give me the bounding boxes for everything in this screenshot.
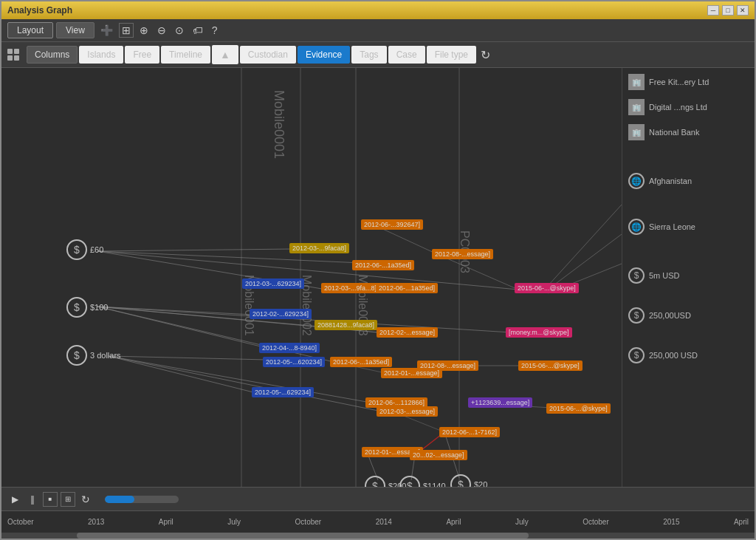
- toolbar: Layout View ➕ ⊞ ⊕ ⊖ ⊙ 🏷 ?: [1, 19, 755, 42]
- doc-node[interactable]: 2015-06-...@skype]: [518, 360, 583, 371]
- doc-node[interactable]: 2012-06-...392647]: [361, 219, 423, 230]
- right-panel: 🏢 Free Kit...ery Ltd 🏢 Digital ...ngs Lt…: [622, 68, 755, 487]
- nav-bar: Columns Islands Free Timeline ▲ Custodia…: [1, 42, 755, 68]
- dollar-circle: $: [66, 239, 87, 260]
- tag-icon[interactable]: 🏷: [190, 23, 206, 38]
- node-usd20[interactable]: $ $20: [450, 474, 487, 487]
- dollar-circle: $: [66, 345, 87, 366]
- timeline-october1: October: [7, 518, 34, 526]
- tab-filetype[interactable]: File type: [427, 46, 476, 64]
- graph-canvas[interactable]: Mobile0001 Mobile0001 Mobile0002 Mobile0…: [1, 68, 622, 487]
- node-label: $20: [474, 480, 487, 487]
- node-label: £60: [90, 245, 103, 254]
- building-icon: 🏢: [628, 124, 645, 140]
- stop-button[interactable]: ■: [43, 492, 58, 507]
- doc-node[interactable]: 20881428...9faca8]: [315, 320, 377, 330]
- help-icon[interactable]: ?: [209, 23, 221, 38]
- tab-triangle[interactable]: ▲: [212, 45, 238, 64]
- svg-line-13: [97, 307, 252, 315]
- timeline-bar: October 2013 April July October 2014 Apr…: [1, 511, 755, 533]
- doc-node[interactable]: 2012-03-...629234]: [242, 278, 304, 289]
- progress-bar-container: [105, 496, 179, 503]
- dollar-circle: $: [66, 297, 87, 318]
- node-usd1140[interactable]: $ $1140: [399, 476, 446, 487]
- tab-case[interactable]: Case: [388, 46, 425, 64]
- zoom-in-icon[interactable]: ⊕: [137, 23, 151, 38]
- dollar-circle: $: [450, 474, 471, 487]
- right-node-freekittery[interactable]: 🏢 Free Kit...ery Ltd: [628, 74, 749, 90]
- pause-button[interactable]: ‖: [25, 492, 40, 507]
- node-usd100[interactable]: $ $100: [66, 297, 108, 318]
- doc-node[interactable]: 2012-05-...620234]: [263, 357, 325, 367]
- timeline-april1: April: [159, 518, 173, 526]
- svg-line-24: [548, 234, 622, 290]
- right-node-25000usd[interactable]: $ 250,00USD: [628, 307, 749, 324]
- right-node-afghanistan[interactable]: 🌐 Afghanistan: [628, 173, 749, 189]
- doc-node[interactable]: 2015-06-...@skype]: [546, 403, 611, 414]
- tab-custodian[interactable]: Custodian: [240, 46, 296, 64]
- doc-node[interactable]: 2012-02-...629234]: [250, 309, 312, 319]
- node-3dollars[interactable]: $ 3 dollars: [66, 345, 121, 366]
- dollar-icon: $: [628, 347, 645, 363]
- node-label: 5m USD: [649, 271, 680, 280]
- add-icon[interactable]: ➕: [97, 23, 116, 38]
- close-button[interactable]: ✕: [737, 5, 749, 16]
- doc-node[interactable]: 2012-06-...1a35ed]: [352, 260, 414, 270]
- right-node-5musd[interactable]: $ 5m USD: [628, 267, 749, 284]
- svg-line-19: [109, 356, 267, 360]
- grid-view-button[interactable]: ⊞: [61, 492, 75, 507]
- zoom-out-icon[interactable]: ⊖: [154, 23, 169, 38]
- node-label: 250,00USD: [649, 311, 691, 320]
- timeline-labels: October 2013 April July October 2014 Apr…: [7, 518, 749, 526]
- doc-node[interactable]: 2012-03-...9fa...8]: [321, 283, 379, 293]
- node-label: National Bank: [649, 128, 700, 137]
- globe-icon: 🌐: [628, 219, 645, 235]
- node-gbp60[interactable]: $ £60: [66, 239, 103, 260]
- tab-evidence[interactable]: Evidence: [298, 46, 350, 64]
- maximize-button[interactable]: □: [722, 5, 734, 16]
- tab-timeline[interactable]: Timeline: [161, 46, 210, 64]
- tab-columns[interactable]: Columns: [27, 46, 78, 64]
- doc-node[interactable]: +1123639...essage]: [468, 397, 532, 408]
- tab-tags[interactable]: Tags: [351, 46, 386, 64]
- doc-node[interactable]: 2012-08-...essage]: [432, 249, 493, 259]
- minimize-button[interactable]: ─: [707, 5, 719, 16]
- play-button[interactable]: ▶: [7, 492, 22, 507]
- right-node-nationalbank[interactable]: 🏢 National Bank: [628, 124, 749, 140]
- refresh-button[interactable]: ↻: [481, 48, 490, 62]
- zoom-fit-icon[interactable]: ⊙: [172, 23, 187, 38]
- doc-node[interactable]: 2012-02-...essage]: [377, 327, 438, 338]
- right-node-250000usd[interactable]: $ 250,000 USD: [628, 347, 749, 363]
- tab-free[interactable]: Free: [125, 46, 159, 64]
- node-label: Afghanistan: [649, 177, 692, 185]
- svg-line-23: [548, 205, 622, 286]
- view-button[interactable]: View: [56, 22, 94, 38]
- right-node-sierraleone[interactable]: 🌐 Sierra Leone: [628, 219, 749, 235]
- doc-node[interactable]: 2012-03-...9faca8]: [289, 243, 349, 253]
- progress-bar-fill: [105, 496, 134, 503]
- doc-node[interactable]: 2012-06-...1a35ed]: [330, 357, 392, 367]
- doc-node[interactable]: 2012-06-...1-7162]: [439, 427, 500, 437]
- doc-node[interactable]: 2015-06-...@skype]: [515, 283, 579, 293]
- grid-toggle-icon[interactable]: ⊞: [119, 23, 134, 38]
- window-frame: Analysis Graph ─ □ ✕ Layout View ➕ ⊞ ⊕ ⊖…: [0, 0, 756, 540]
- doc-node[interactable]: [money.m...@skype]: [506, 327, 572, 338]
- timeline-scrollbar[interactable]: [1, 533, 755, 539]
- doc-node[interactable]: 2012-04-...8-8940]: [259, 343, 320, 353]
- layout-button[interactable]: Layout: [7, 22, 53, 38]
- right-node-digital[interactable]: 🏢 Digital ...ngs Ltd: [628, 99, 749, 115]
- doc-node[interactable]: 2012-06-...1a35ed]: [376, 283, 438, 293]
- doc-node[interactable]: 20...02-...essage]: [410, 450, 467, 460]
- timeline-thumb[interactable]: [77, 533, 529, 539]
- doc-node[interactable]: 2012-05-...629234]: [252, 387, 314, 397]
- timeline-july2: July: [515, 518, 529, 526]
- node-label: Sierra Leone: [649, 222, 695, 231]
- timeline-2013: 2013: [88, 518, 104, 526]
- doc-node[interactable]: 2012-03-...essage]: [377, 406, 438, 417]
- node-label: Digital ...ngs Ltd: [649, 103, 707, 112]
- tab-islands[interactable]: Islands: [79, 46, 123, 64]
- doc-node[interactable]: 2012-01-...essage]: [381, 368, 442, 378]
- refresh-small-button[interactable]: ↻: [78, 492, 93, 507]
- svg-line-20: [109, 356, 256, 393]
- svg-line-32: [437, 254, 518, 290]
